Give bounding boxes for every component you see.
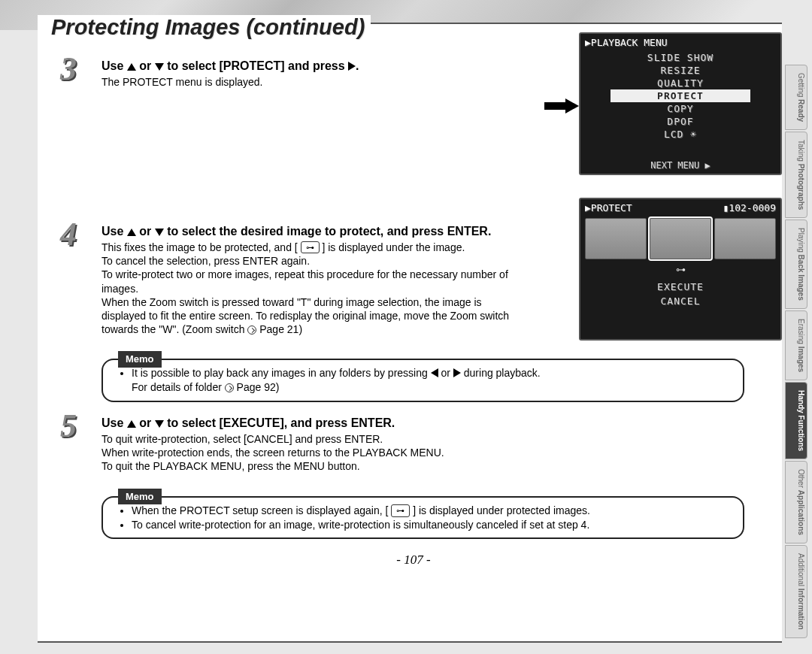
tab-additional-information[interactable]: Additional Information <box>785 545 807 638</box>
key-icon: ⊶ <box>301 241 320 253</box>
down-arrow-icon <box>155 420 164 428</box>
lcd-header-left: ▶PROTECT <box>585 202 632 213</box>
step-3: 3 Use or to select [PROTECT] and press .… <box>68 59 759 201</box>
right-arrow-icon <box>348 62 356 71</box>
memo-bullet: When the PROTECT setup screen is display… <box>132 504 732 518</box>
step-4: 4 Use or to select the desired image to … <box>68 224 759 336</box>
step-number: 3 <box>60 50 77 88</box>
memo-box: Memo When the PROTECT setup screen is di… <box>102 496 744 540</box>
tab-other-applications[interactable]: Other Applications <box>785 461 807 543</box>
key-icon: ⊶ <box>391 504 410 517</box>
step-5-title: Use or to select [EXECUTE], and press EN… <box>102 416 759 431</box>
tab-handy-functions[interactable]: Handy Functions <box>785 382 807 459</box>
step-5-text: To quit write-protection, select [CANCEL… <box>102 432 759 474</box>
tab-playing-back-images[interactable]: Playing Back Images <box>785 220 807 309</box>
step-number: 4 <box>60 215 77 253</box>
up-arrow-icon <box>127 229 136 236</box>
memo-box: Memo It is possible to play back any ima… <box>102 359 744 402</box>
page-ref-icon <box>247 325 256 335</box>
memo-label: Memo <box>118 489 162 505</box>
step-5: 5 Use or to select [EXECUTE], and press … <box>68 416 759 474</box>
step-4-title: Use or to select the desired image to pr… <box>102 224 523 239</box>
up-arrow-icon <box>127 63 136 71</box>
step-number: 5 <box>60 407 77 445</box>
right-arrow-icon <box>453 368 461 377</box>
page-ref-icon <box>225 383 234 392</box>
section-tabs: Getting Ready Taking Photographs Playing… <box>785 65 807 640</box>
memo-bullet: To cancel write-protection for an image,… <box>132 518 732 532</box>
page-content: ▶PLAYBACK MENU SLIDE SHOW RESIZE QUALITY… <box>38 40 782 575</box>
page-title: Protecting Images (continued) <box>51 15 365 39</box>
tab-taking-photographs[interactable]: Taking Photographs <box>785 132 807 218</box>
page-title-bar: Protecting Images (continued) <box>38 15 371 40</box>
lcd-header-right: ▮102-0009 <box>723 202 776 213</box>
down-arrow-icon <box>155 63 164 71</box>
left-arrow-icon <box>431 368 438 377</box>
lcd-header-text: ▶PLAYBACK MENU <box>585 37 668 48</box>
step-3-text: The PROTECT menu is displayed. <box>102 75 523 89</box>
lcd-header: ▶PLAYBACK MENU <box>580 34 780 51</box>
lcd-header: ▶PROTECT ▮102-0009 <box>580 199 780 216</box>
tab-erasing-images[interactable]: Erasing Images <box>785 310 807 380</box>
tab-getting-ready[interactable]: Getting Ready <box>785 65 807 130</box>
step-4-text: This fixes the image to be protected, an… <box>102 241 523 336</box>
manual-page: Protecting Images (continued) ▶PLAYBACK … <box>38 23 782 643</box>
page-number: - 107 - <box>68 553 759 568</box>
up-arrow-icon <box>127 420 136 428</box>
memo-label: Memo <box>118 351 162 368</box>
step-3-title: Use or to select [PROTECT] and press . <box>102 59 523 74</box>
down-arrow-icon <box>155 229 164 236</box>
memo-bullet: It is possible to play back any images i… <box>132 366 732 395</box>
